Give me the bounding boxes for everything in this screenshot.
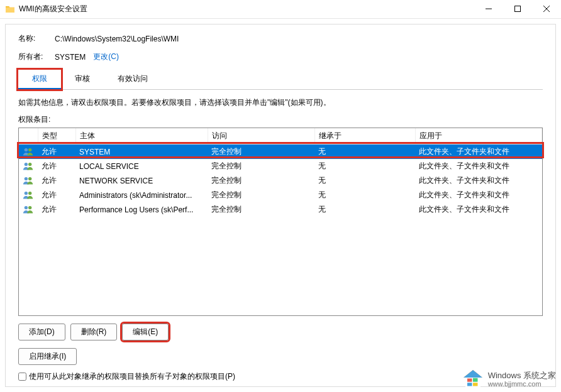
window-title: WMI的高级安全设置	[19, 4, 87, 14]
name-label: 名称:	[18, 33, 55, 44]
row-access: 完全控制	[208, 173, 314, 188]
row-inherited-from: 无	[314, 159, 415, 173]
row-access: 完全控制	[208, 202, 314, 217]
table-row[interactable]: 允许SYSTEM完全控制无此文件夹、子文件夹和文件	[19, 144, 542, 160]
col-type[interactable]: 类型	[38, 128, 75, 144]
row-principal: Administrators (sk\Administrator...	[75, 188, 208, 202]
row-icon	[19, 188, 38, 202]
users-icon	[23, 205, 34, 214]
tab-permissions[interactable]: 权限	[18, 70, 61, 89]
row-type: 允许	[38, 144, 75, 160]
table-header-row: 类型 主体 访问 继承于 应用于	[19, 128, 542, 144]
users-icon	[23, 162, 34, 171]
folder-icon	[5, 4, 15, 14]
svg-rect-11	[467, 379, 472, 382]
enable-inherit-button[interactable]: 启用继承(I)	[18, 348, 77, 365]
col-applies-to[interactable]: 应用于	[415, 128, 542, 144]
row-principal: NETWORK SERVICE	[75, 173, 208, 188]
content-panel: 名称: C:\Windows\System32\LogFiles\WMI 所有者…	[5, 24, 556, 387]
minimize-button[interactable]	[474, 0, 503, 19]
col-access[interactable]: 访问	[208, 128, 314, 144]
tab-auditing[interactable]: 审核	[61, 70, 104, 89]
watermark: Windows 系统之家 www.bjjmmc.com	[462, 368, 556, 391]
row-type: 允许	[38, 159, 75, 173]
table-row[interactable]: 允许Administrators (sk\Administrator...完全控…	[19, 188, 542, 202]
replace-child-label[interactable]: 使用可从此对象继承的权限项目替换所有子对象的权限项目(P)	[29, 371, 235, 382]
svg-point-9	[25, 206, 28, 209]
table-row[interactable]: 允许NETWORK SERVICE完全控制无此文件夹、子文件夹和文件	[19, 173, 542, 188]
watermark-icon	[462, 368, 484, 391]
row-applies-to: 此文件夹、子文件夹和文件	[415, 159, 542, 173]
svg-rect-12	[473, 378, 478, 382]
col-principal[interactable]: 主体	[75, 128, 208, 144]
svg-point-4	[28, 163, 31, 166]
row-icon	[19, 144, 38, 160]
users-icon	[23, 177, 34, 185]
row-access: 完全控制	[208, 188, 314, 202]
permissions-table: 类型 主体 访问 继承于 应用于 允许SYSTEM完全控制无此文件夹、子文件夹和…	[19, 128, 542, 217]
svg-point-10	[28, 206, 31, 209]
row-access: 完全控制	[208, 144, 314, 160]
col-icon[interactable]	[19, 128, 38, 144]
maximize-button[interactable]	[503, 0, 532, 19]
users-icon	[23, 191, 34, 200]
inherit-row: 启用继承(I)	[18, 348, 543, 365]
row-principal: Performance Log Users (sk\Perf...	[75, 202, 208, 217]
action-buttons: 添加(D) 删除(R) 编辑(E)	[18, 324, 543, 340]
svg-point-3	[25, 163, 28, 166]
row-icon	[19, 159, 38, 173]
svg-rect-0	[515, 6, 521, 11]
edit-button[interactable]: 编辑(E)	[122, 324, 169, 340]
row-inherited-from: 无	[314, 188, 415, 202]
section-label: 权限条目:	[18, 114, 543, 125]
help-text: 如需其他信息，请双击权限项目。若要修改权限项目，请选择该项目并单击"编辑"(如果…	[18, 97, 543, 108]
row-applies-to: 此文件夹、子文件夹和文件	[415, 144, 542, 160]
row-applies-to: 此文件夹、子文件夹和文件	[415, 202, 542, 217]
row-principal: SYSTEM	[75, 144, 208, 160]
row-access: 完全控制	[208, 159, 314, 173]
titlebar: WMI的高级安全设置	[0, 0, 561, 19]
svg-point-2	[28, 148, 31, 151]
close-button[interactable]	[532, 0, 561, 19]
tab-bar: 权限 审核 有效访问	[18, 70, 543, 90]
name-row: 名称: C:\Windows\System32\LogFiles\WMI	[18, 33, 543, 44]
users-icon	[23, 148, 34, 156]
watermark-url: www.bjjmmc.com	[488, 380, 556, 388]
permissions-table-wrap[interactable]: 类型 主体 访问 继承于 应用于 允许SYSTEM完全控制无此文件夹、子文件夹和…	[18, 128, 543, 316]
row-applies-to: 此文件夹、子文件夹和文件	[415, 188, 542, 202]
row-icon	[19, 202, 38, 217]
tab-effective-access[interactable]: 有效访问	[104, 70, 162, 89]
row-applies-to: 此文件夹、子文件夹和文件	[415, 173, 542, 188]
col-inherited-from[interactable]: 继承于	[314, 128, 415, 144]
svg-point-7	[25, 192, 28, 195]
owner-value: SYSTEM	[55, 53, 86, 62]
change-owner-link[interactable]: 更改(C)	[93, 52, 119, 62]
owner-label: 所有者:	[18, 52, 55, 62]
svg-point-5	[25, 177, 28, 180]
row-inherited-from: 无	[314, 173, 415, 188]
svg-point-6	[28, 177, 31, 180]
svg-rect-13	[467, 383, 472, 386]
svg-point-8	[28, 192, 31, 195]
svg-point-1	[25, 148, 28, 151]
row-principal: LOCAL SERVICE	[75, 159, 208, 173]
watermark-text: Windows 系统之家	[488, 371, 556, 381]
row-icon	[19, 173, 38, 188]
table-row[interactable]: 允许Performance Log Users (sk\Perf...完全控制无…	[19, 202, 542, 217]
name-value: C:\Windows\System32\LogFiles\WMI	[55, 35, 179, 43]
row-type: 允许	[38, 173, 75, 188]
table-row[interactable]: 允许LOCAL SERVICE完全控制无此文件夹、子文件夹和文件	[19, 159, 542, 173]
replace-child-checkbox[interactable]	[18, 373, 26, 381]
row-inherited-from: 无	[314, 202, 415, 217]
add-button[interactable]: 添加(D)	[18, 324, 65, 340]
row-type: 允许	[38, 188, 75, 202]
row-inherited-from: 无	[314, 144, 415, 160]
owner-row: 所有者: SYSTEM 更改(C)	[18, 52, 543, 62]
remove-button[interactable]: 删除(R)	[70, 324, 118, 340]
svg-rect-14	[473, 383, 478, 386]
window-controls	[474, 0, 561, 19]
row-type: 允许	[38, 202, 75, 217]
